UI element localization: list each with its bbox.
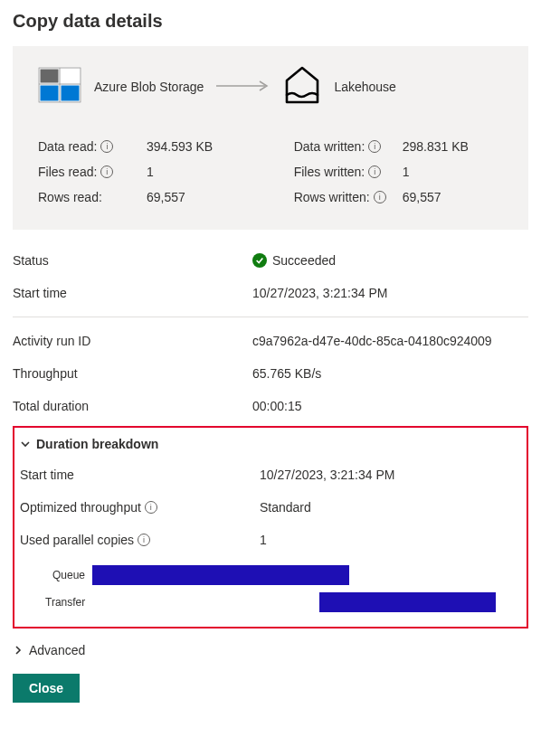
- info-icon[interactable]: i: [100, 165, 113, 178]
- advanced-expander[interactable]: Advanced: [13, 628, 528, 674]
- throughput-row: Throughput 65.765 KB/s: [13, 357, 528, 390]
- throughput-label: Throughput: [13, 366, 252, 381]
- metrics-row: Data read: i 394.593 KB Files read: i 1 …: [38, 134, 503, 210]
- metric-data-written: Data written: i 298.831 KB: [294, 134, 503, 159]
- start-time-value: 10/27/2023, 3:21:34 PM: [252, 286, 528, 300]
- flow-row: Azure Blob Storage Lakehouse: [38, 64, 503, 109]
- page-title: Copy data details: [13, 11, 528, 32]
- duration-breakdown-expander[interactable]: Duration breakdown: [20, 433, 521, 458]
- chart-transfer-bar: [319, 592, 495, 612]
- source-item: Azure Blob Storage: [38, 67, 204, 106]
- run-id-row: Activity run ID c9a7962a-d47e-40dc-85ca-…: [13, 325, 528, 357]
- chart-transfer-row: Transfer: [45, 589, 521, 616]
- total-duration-label: Total duration: [13, 399, 252, 413]
- bd-opt-throughput-value: Standard: [260, 500, 521, 515]
- chevron-right-icon: [13, 645, 24, 656]
- rows-written-label: Rows written:: [294, 190, 370, 204]
- metric-data-read: Data read: i 394.593 KB: [38, 134, 294, 159]
- files-written-value: 1: [403, 165, 410, 179]
- data-read-value: 394.593 KB: [147, 139, 213, 154]
- duration-breakdown-label: Duration breakdown: [36, 437, 158, 451]
- metric-files-read: Files read: i 1: [38, 159, 294, 184]
- start-time-label: Start time: [13, 286, 252, 300]
- metrics-right: Data written: i 298.831 KB Files written…: [294, 134, 503, 210]
- bd-start-time-row: Start time 10/27/2023, 3:21:34 PM: [20, 458, 521, 491]
- metric-rows-read: Rows read: 69,557: [38, 184, 294, 210]
- rows-read-label: Rows read:: [38, 190, 102, 204]
- status-label: Status: [13, 253, 252, 268]
- close-button[interactable]: Close: [13, 674, 80, 703]
- duration-chart: Queue Transfer: [20, 556, 521, 616]
- svg-rect-1: [40, 69, 59, 83]
- svg-rect-3: [40, 85, 59, 101]
- data-written-value: 298.831 KB: [403, 139, 469, 154]
- arrow-right-icon: [216, 80, 270, 94]
- summary-panel: Azure Blob Storage Lakehouse Data read:: [13, 46, 528, 230]
- metric-files-written: Files written: i 1: [294, 159, 503, 184]
- bd-start-time-label: Start time: [20, 468, 260, 482]
- total-duration-row: Total duration 00:00:15: [13, 390, 528, 422]
- files-read-value: 1: [147, 165, 154, 179]
- info-icon[interactable]: i: [368, 165, 381, 178]
- info-icon[interactable]: i: [145, 501, 157, 514]
- svg-rect-2: [61, 69, 80, 83]
- run-id-value: c9a7962a-d47e-40dc-85ca-04180c924009: [252, 334, 528, 348]
- chevron-down-icon: [20, 439, 31, 449]
- info-icon[interactable]: i: [374, 191, 386, 203]
- chart-transfer-label: Transfer: [45, 596, 92, 609]
- total-duration-value: 00:00:15: [252, 399, 528, 413]
- lakehouse-icon: [283, 64, 321, 109]
- chart-queue-label: Queue: [45, 569, 92, 581]
- separator: [13, 317, 528, 317]
- rows-written-value: 69,557: [403, 190, 441, 204]
- advanced-label: Advanced: [29, 643, 85, 657]
- duration-breakdown-highlight: Duration breakdown Start time 10/27/2023…: [13, 426, 528, 628]
- blob-storage-icon: [38, 67, 81, 106]
- bd-parallel-copies-value: 1: [260, 533, 521, 547]
- rows-read-value: 69,557: [147, 190, 185, 204]
- throughput-value: 65.765 KB/s: [252, 366, 528, 381]
- files-read-label: Files read:: [38, 165, 97, 179]
- status-row: Status Succeeded: [13, 244, 528, 277]
- bd-parallel-copies-row: Used parallel copies i 1: [20, 524, 521, 556]
- target-item: Lakehouse: [283, 64, 396, 109]
- svg-rect-4: [61, 85, 80, 101]
- info-icon[interactable]: i: [138, 534, 150, 546]
- data-written-label: Data written:: [294, 139, 365, 154]
- info-icon[interactable]: i: [368, 140, 381, 153]
- chart-queue-bar: [92, 565, 349, 585]
- data-read-label: Data read:: [38, 139, 97, 154]
- run-id-label: Activity run ID: [13, 334, 252, 348]
- start-time-row: Start time 10/27/2023, 3:21:34 PM: [13, 277, 528, 309]
- chart-queue-row: Queue: [45, 562, 521, 589]
- metrics-left: Data read: i 394.593 KB Files read: i 1 …: [38, 134, 294, 210]
- bd-start-time-value: 10/27/2023, 3:21:34 PM: [260, 468, 521, 482]
- success-check-icon: [252, 253, 267, 268]
- metric-rows-written: Rows written: i 69,557: [294, 184, 503, 210]
- status-value: Succeeded: [272, 253, 336, 268]
- bd-parallel-copies-label: Used parallel copies: [20, 533, 134, 547]
- source-label: Azure Blob Storage: [94, 80, 204, 94]
- bd-opt-throughput-row: Optimized throughput i Standard: [20, 491, 521, 524]
- info-icon[interactable]: i: [100, 140, 113, 153]
- files-written-label: Files written:: [294, 165, 365, 179]
- target-label: Lakehouse: [334, 80, 396, 94]
- bd-opt-throughput-label: Optimized throughput: [20, 500, 141, 515]
